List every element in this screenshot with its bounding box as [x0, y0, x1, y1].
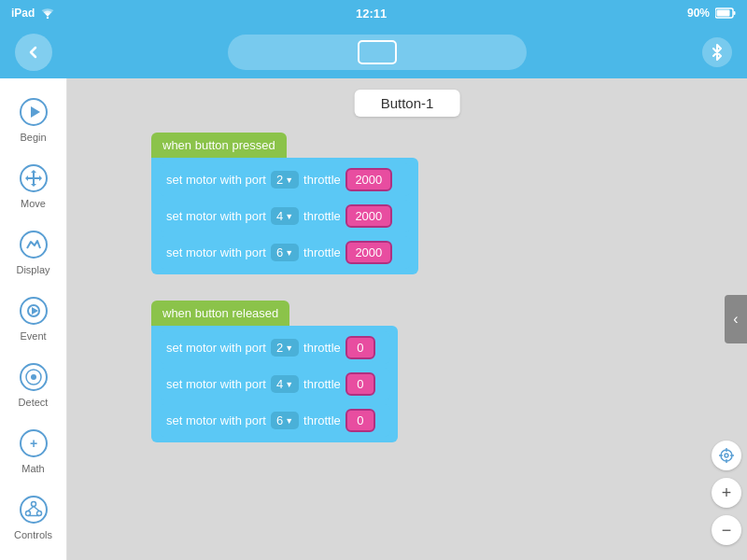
zoom-out-button[interactable]: − — [712, 515, 741, 545]
sidebar-item-math[interactable]: + Math — [0, 417, 66, 483]
zoom-in-icon: + — [722, 483, 732, 503]
sidebar: Begin Move — [0, 78, 67, 560]
sidebar-label-math: Math — [21, 463, 44, 474]
canvas-button-label: Button-1 — [355, 90, 460, 117]
block-text-p2-mid: throttle — [303, 209, 341, 223]
block-group-released: when button released set motor with port… — [151, 301, 398, 442]
sidebar-label-move: Move — [21, 198, 46, 209]
back-icon — [25, 44, 42, 61]
block-row-pressed-1: set motor with port 2 ▼ throttle 2000 — [159, 163, 411, 196]
port-badge-r3[interactable]: 6 ▼ — [271, 412, 299, 429]
port-badge-p1[interactable]: 2 ▼ — [271, 171, 299, 189]
svg-point-17 — [31, 502, 35, 507]
status-bar: iPad 12:11 90% — [0, 0, 747, 26]
block-row-pressed-3: set motor with port 6 ▼ throttle 2000 — [159, 236, 411, 269]
svg-point-0 — [47, 17, 49, 19]
block-row-released-2: set motor with port 4 ▼ throttle 0 — [159, 368, 390, 400]
nav-bar — [0, 26, 747, 78]
block-row-pressed-2: set motor with port 4 ▼ throttle 2000 — [159, 200, 411, 232]
svg-rect-2 — [717, 10, 730, 17]
block-text-r1: set motor with port — [166, 341, 266, 355]
sidebar-item-display[interactable]: Display — [0, 218, 66, 285]
block-text-r1-mid: throttle — [303, 341, 341, 355]
math-icon: + — [17, 427, 50, 460]
sidebar-label-event: Event — [20, 330, 46, 342]
back-button[interactable] — [15, 34, 52, 71]
event-icon — [17, 294, 50, 328]
detect-icon — [17, 360, 50, 394]
block-text-p2: set motor with port — [166, 209, 266, 223]
begin-icon — [17, 95, 50, 129]
value-input-p1[interactable]: 2000 — [345, 168, 392, 191]
block-text-p3-mid: throttle — [303, 245, 341, 259]
port-badge-r2[interactable]: 4 ▼ — [271, 375, 299, 393]
sidebar-label-detect: Detect — [19, 397, 49, 408]
sidebar-label-begin: Begin — [20, 132, 46, 143]
port-badge-p2[interactable]: 4 ▼ — [271, 207, 299, 225]
block-text-r2: set motor with port — [166, 377, 266, 391]
right-panel: ‹ + − — [706, 78, 747, 560]
block-text-p3: set motor with port — [166, 245, 266, 259]
block-row-released-3: set motor with port 6 ▼ throttle 0 — [159, 404, 390, 437]
svg-line-20 — [28, 507, 34, 511]
value-input-r2[interactable]: 0 — [345, 372, 375, 396]
status-right: 90% — [687, 7, 736, 20]
block-header-pressed: when button pressed — [151, 133, 287, 158]
nav-rect-icon — [358, 40, 397, 64]
block-header-released: when button released — [151, 301, 289, 326]
svg-line-21 — [34, 507, 39, 511]
value-input-p3[interactable]: 2000 — [345, 241, 392, 264]
target-button[interactable] — [712, 441, 741, 470]
sidebar-item-detect[interactable]: Detect — [0, 351, 66, 417]
svg-point-16 — [21, 497, 47, 523]
sidebar-label-display: Display — [16, 264, 49, 275]
block-text-r3-mid: throttle — [303, 413, 341, 427]
canvas-area: Button-1 when button pressed set motor w… — [67, 78, 747, 560]
zoom-out-icon: − — [722, 521, 732, 540]
status-time: 12:11 — [356, 7, 387, 21]
value-input-r1[interactable]: 0 — [345, 336, 375, 359]
target-icon — [719, 448, 734, 463]
block-group-pressed: when button pressed set motor with port … — [151, 133, 418, 274]
carrier-label: iPad — [11, 7, 35, 20]
svg-marker-10 — [32, 307, 38, 315]
move-icon — [17, 161, 50, 195]
controls-icon — [17, 493, 50, 526]
bluetooth-button[interactable] — [702, 37, 732, 67]
sidebar-item-event[interactable]: Event — [0, 285, 66, 351]
value-input-p2[interactable]: 2000 — [345, 204, 392, 228]
port-badge-p3[interactable]: 6 ▼ — [271, 244, 299, 261]
wifi-icon — [40, 7, 55, 19]
svg-text:+: + — [29, 436, 36, 451]
value-input-r3[interactable]: 0 — [345, 409, 375, 432]
display-icon — [17, 228, 50, 261]
svg-point-13 — [31, 374, 36, 380]
status-left: iPad — [11, 7, 55, 20]
svg-point-24 — [725, 454, 728, 457]
svg-rect-3 — [734, 11, 736, 15]
sidebar-item-begin[interactable]: Begin — [0, 86, 66, 152]
block-text-r2-mid: throttle — [303, 377, 341, 391]
battery-icon — [715, 7, 736, 19]
nav-input-wrapper — [228, 35, 527, 70]
sidebar-item-controls[interactable]: Controls — [0, 483, 66, 550]
sidebar-label-controls: Controls — [14, 529, 52, 540]
svg-marker-5 — [31, 106, 40, 118]
block-text-r3: set motor with port — [166, 413, 266, 427]
block-text-p1-mid: throttle — [303, 173, 341, 187]
collapse-button[interactable]: ‹ — [725, 295, 747, 343]
bluetooth-icon — [711, 44, 724, 61]
battery-percent: 90% — [687, 7, 710, 20]
block-text-p1: set motor with port — [166, 173, 266, 187]
nav-center — [63, 35, 691, 70]
main-layout: Begin Move — [0, 78, 747, 560]
block-row-released-1: set motor with port 2 ▼ throttle 0 — [159, 331, 390, 364]
sidebar-item-move[interactable]: Move — [0, 152, 66, 218]
zoom-in-button[interactable]: + — [712, 478, 741, 508]
port-badge-r1[interactable]: 2 ▼ — [271, 339, 299, 357]
